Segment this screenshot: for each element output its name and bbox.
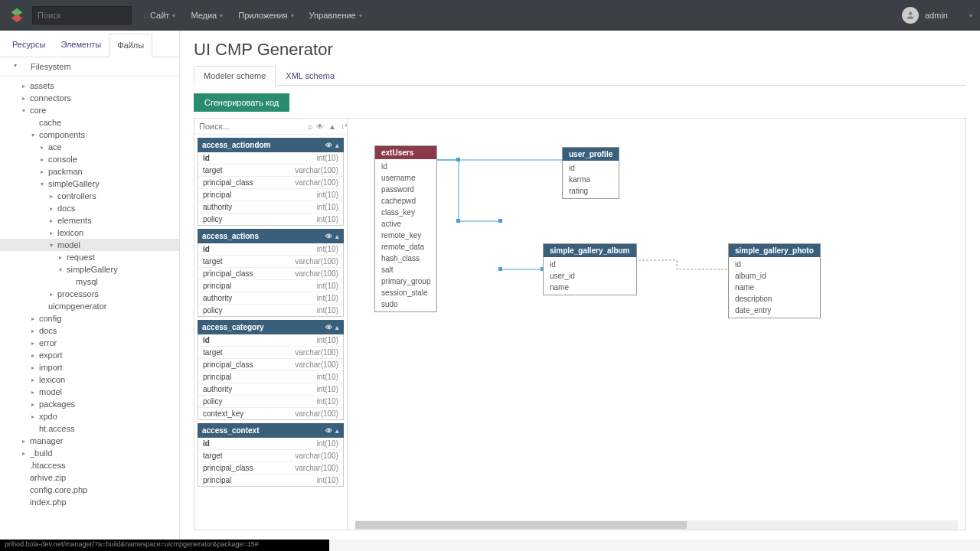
horizontal-scrollbar[interactable] [355, 520, 958, 530]
tree-node[interactable]: ▸error [0, 337, 179, 349]
tree-node[interactable]: ▸config [0, 312, 179, 324]
entity-box[interactable]: user_profileidkarmarating [562, 147, 619, 199]
nav-apps[interactable]: Приложения▾ [232, 8, 299, 23]
tree-node[interactable]: ▸import [0, 361, 179, 373]
tree-node[interactable]: index.php [0, 496, 179, 508]
tree-node[interactable]: ▾simpleGallery [0, 263, 179, 276]
table-search-input[interactable] [199, 122, 305, 131]
tree-node[interactable]: ▸docs [0, 202, 179, 214]
db-table-header[interactable]: access_actions👁▴ [198, 229, 344, 243]
tree-node[interactable]: ▸processors [0, 288, 179, 300]
tree-node[interactable]: ▸ace [0, 141, 179, 153]
db-table[interactable]: access_actions👁▴idint(10)targetvarchar(1… [198, 229, 344, 317]
collapse-icon[interactable]: ▴ [335, 233, 339, 240]
tree-node[interactable]: ▸lexicon [0, 227, 179, 239]
db-column-row[interactable]: principal_classvarchar(100) [198, 177, 343, 189]
tree-node[interactable]: ▸manager [0, 435, 179, 447]
tree-node[interactable]: ▸console [0, 153, 179, 165]
search-input[interactable] [38, 11, 143, 20]
db-column-row[interactable]: principalint(10) [198, 371, 343, 383]
db-table[interactable]: access_context👁▴idint(10)targetvarchar(1… [198, 423, 344, 487]
db-column-row[interactable]: policyint(10) [198, 396, 343, 408]
db-column-row[interactable]: idint(10) [198, 334, 343, 347]
tree-node[interactable]: ▸lexicon [0, 373, 179, 386]
tree-node[interactable]: ▸assets [0, 80, 179, 92]
entity-box[interactable]: simple_gallery_photoidalbum_idnamedescri… [728, 243, 821, 318]
db-column-row[interactable]: principalint(10) [198, 189, 343, 201]
db-table[interactable]: access_category👁▴idint(10)targetvarchar(… [198, 320, 344, 420]
entity-header[interactable]: simple_gallery_photo [729, 244, 820, 257]
db-table-header[interactable]: access_actiondom👁▴ [198, 138, 344, 152]
eye-icon[interactable]: 👁 [316, 122, 324, 131]
db-column-row[interactable]: principal_classvarchar(100) [198, 359, 343, 371]
db-column-row[interactable]: policyint(10) [198, 214, 343, 225]
db-table-header[interactable]: access_context👁▴ [198, 423, 344, 438]
diagram-canvas[interactable]: extUsersidusernamepasswordcachepwdclass_… [348, 119, 965, 530]
tree-node[interactable]: arhive.zip [0, 471, 179, 484]
tree-node[interactable]: ▸export [0, 349, 179, 361]
tree-node[interactable]: config.core.php [0, 484, 179, 496]
nav-media[interactable]: Медиа▾ [185, 8, 229, 23]
db-column-row[interactable]: authorityint(10) [198, 383, 343, 396]
tree-node[interactable]: ▾components [0, 129, 179, 141]
db-column-row[interactable]: policyint(10) [198, 305, 343, 316]
sort-alpha-icon[interactable]: ↕ᴬ [341, 122, 348, 131]
sort-up-icon[interactable]: ▲ [328, 122, 336, 131]
db-column-row[interactable]: idint(10) [198, 152, 343, 165]
db-column-row[interactable]: targetvarchar(100) [198, 256, 343, 268]
db-column-row[interactable]: principalint(10) [198, 474, 343, 486]
eye-icon[interactable]: 👁 [325, 427, 332, 435]
entity-header[interactable]: extUsers [375, 146, 436, 159]
generate-button[interactable]: Сгенерировать код [194, 93, 289, 112]
tab-resources[interactable]: Ресурсы [5, 34, 53, 57]
db-column-row[interactable]: principal_classvarchar(100) [198, 462, 343, 474]
nav-manage[interactable]: Управление▾ [303, 8, 368, 23]
tree-node[interactable]: ▸xpdo [0, 410, 179, 422]
entity-header[interactable]: user_profile [563, 148, 619, 161]
tree-node[interactable]: ht.access [0, 422, 179, 435]
tree-node[interactable]: ▾model [0, 239, 179, 251]
tab-files[interactable]: Файлы [109, 34, 152, 57]
eye-icon[interactable]: 👁 [325, 233, 332, 240]
db-table-header[interactable]: access_category👁▴ [198, 320, 344, 334]
logo[interactable] [8, 6, 26, 24]
eye-icon[interactable]: 👁 [325, 142, 332, 149]
db-column-row[interactable]: authorityint(10) [198, 201, 343, 214]
db-column-row[interactable]: targetvarchar(100) [198, 347, 343, 359]
db-column-row[interactable]: principal_classvarchar(100) [198, 268, 343, 280]
tree-node[interactable]: ▸packman [0, 165, 179, 178]
collapse-icon[interactable]: ▴ [335, 324, 339, 331]
tree-node[interactable]: ▸request [0, 251, 179, 263]
db-column-row[interactable]: idint(10) [198, 243, 343, 256]
tree-node[interactable]: ▸_build [0, 447, 179, 459]
entity-box[interactable]: extUsersidusernamepasswordcachepwdclass_… [374, 145, 437, 312]
collapse-icon[interactable]: ▴ [335, 142, 339, 149]
tab-modeler[interactable]: Modeler scheme [194, 66, 276, 86]
tree-node[interactable]: ▸model [0, 386, 179, 398]
collapse-icon[interactable]: ▴ [335, 427, 339, 435]
tree-node[interactable]: ▾simpleGallery [0, 178, 179, 190]
tree-node[interactable]: mysql [0, 276, 179, 288]
db-column-row[interactable]: authorityint(10) [198, 292, 343, 305]
entity-header[interactable]: simple_gallery_album [544, 244, 636, 257]
tab-xml[interactable]: XML schema [276, 66, 345, 85]
tree-node[interactable]: .htaccess [0, 459, 179, 471]
tree-node[interactable]: ▾core [0, 104, 179, 116]
tree-node[interactable]: uicmpgenerator [0, 300, 179, 312]
db-column-row[interactable]: targetvarchar(100) [198, 165, 343, 177]
filesystem-header[interactable]: Filesystem [0, 57, 179, 77]
db-column-row[interactable]: principalint(10) [198, 280, 343, 292]
entity-box[interactable]: simple_gallery_albumiduser_idname [543, 243, 637, 295]
tree-node[interactable]: ▸controllers [0, 190, 179, 202]
nav-site[interactable]: Сайт▾ [144, 8, 181, 23]
db-table[interactable]: access_actiondom👁▴idint(10)targetvarchar… [198, 138, 344, 226]
tree-node[interactable]: cache [0, 116, 179, 129]
db-column-row[interactable]: targetvarchar(100) [198, 450, 343, 462]
eye-icon[interactable]: 👁 [325, 324, 332, 331]
tree-node[interactable]: ▸packages [0, 398, 179, 410]
db-column-row[interactable]: context_keyvarchar(100) [198, 408, 343, 419]
search-icon[interactable]: ⌕ [308, 122, 313, 131]
tab-elements[interactable]: Элементы [53, 34, 109, 57]
tree-node[interactable]: ▸docs [0, 324, 179, 337]
global-search[interactable]: ⌕ [32, 6, 132, 24]
